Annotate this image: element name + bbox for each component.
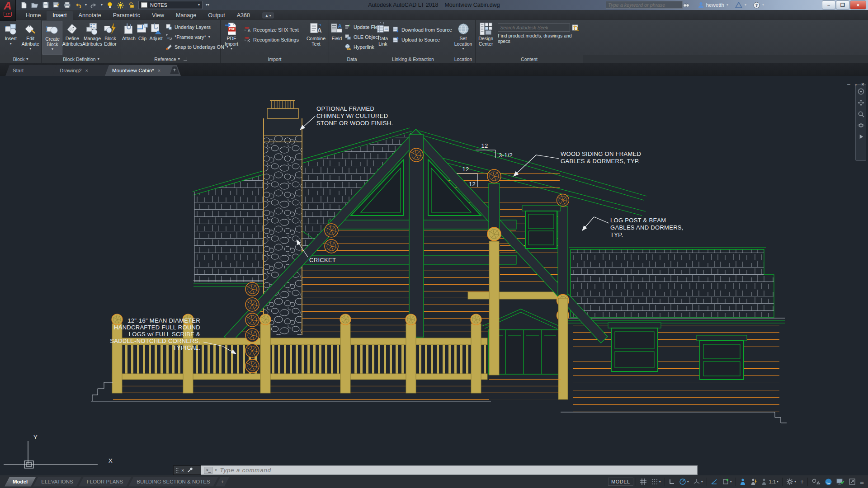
open-file-icon[interactable]	[31, 1, 38, 9]
command-close-icon[interactable]: ×	[181, 468, 184, 473]
nav-wheel-icon[interactable]	[858, 88, 864, 95]
isodraft-icon[interactable]: ▾	[692, 477, 704, 486]
a360-icon[interactable]	[735, 2, 742, 8]
close-tab-icon[interactable]: ×	[158, 68, 160, 73]
panel-label-location[interactable]: Location	[451, 55, 476, 63]
user-name[interactable]: hewetth	[706, 2, 724, 8]
annotation-autoscale-icon[interactable]	[749, 477, 759, 486]
save-as-icon[interactable]	[52, 1, 60, 9]
dwg-minimize-icon[interactable]: –	[847, 81, 850, 88]
object-snap-icon[interactable]: ▾	[721, 477, 733, 486]
redo-icon[interactable]	[90, 1, 98, 9]
drawing-viewport[interactable]: – ▫ ×	[0, 76, 868, 475]
adjust-button[interactable]: Adjust	[149, 21, 163, 55]
polar-tracking-icon[interactable]: ▾	[678, 477, 690, 486]
pdf-import-button[interactable]: PDF PDF Import▾	[222, 21, 241, 55]
redo-caret-icon[interactable]: ▾	[101, 3, 103, 7]
workspace-gear-icon[interactable]: ▾	[785, 477, 797, 486]
layout-tab-floor-plans[interactable]: FLOOR PLANS	[79, 477, 132, 487]
block-editor-button[interactable]: Block Editor	[102, 21, 118, 55]
annotation-visibility-icon[interactable]	[738, 477, 748, 486]
unlock-icon[interactable]	[127, 1, 135, 9]
close-tab-icon[interactable]: ×	[85, 68, 88, 73]
frames-button[interactable]: (x) *Frames vary*▾	[165, 33, 228, 41]
layout-tab-model[interactable]: Model	[5, 477, 36, 487]
customize-plus-icon[interactable]: +	[799, 477, 805, 486]
qat-customize-icon[interactable]: ▾▾	[206, 3, 209, 7]
attach-button[interactable]: Attach	[122, 21, 136, 55]
clean-screen-icon[interactable]	[847, 477, 857, 486]
tab-output[interactable]: Output	[202, 11, 231, 20]
manage-attributes-button[interactable]: Manage Attributes	[82, 21, 102, 55]
help-caret-icon[interactable]: ▾	[762, 3, 764, 7]
restore-button[interactable]: ❒	[836, 0, 849, 9]
layer-sun-icon[interactable]	[117, 1, 124, 9]
insert-button[interactable]: Insert▾	[1, 21, 21, 55]
snap-mode-icon[interactable]: ▾	[650, 477, 662, 486]
command-wrench-icon[interactable]	[187, 467, 193, 473]
model-space-button[interactable]: MODEL	[608, 478, 633, 486]
command-caret-icon[interactable]: ▾	[215, 468, 217, 472]
seek-search-input[interactable]	[498, 23, 570, 32]
file-tab-mountview-cabin[interactable]: Mountview Cabin*×	[105, 65, 181, 76]
layer-dropdown[interactable]: NOTES ▾	[138, 1, 203, 9]
define-attributes-button[interactable]: Define Attributes	[62, 21, 82, 55]
tab-home[interactable]: Home	[20, 11, 47, 20]
clip-button[interactable]: Clip	[136, 21, 149, 55]
nav-pan-icon[interactable]	[858, 99, 864, 106]
minimize-button[interactable]: –	[822, 0, 835, 9]
ribbon-display-toggle[interactable]: ▲▾	[262, 12, 274, 19]
snap-underlays-button[interactable]: Snap to Underlays ON▾	[165, 42, 228, 51]
combine-text-button[interactable]: A Combine Text	[304, 21, 328, 55]
panel-label-data[interactable]: Data	[329, 55, 375, 63]
autocad-logo[interactable]: ALT	[0, 0, 16, 21]
graphics-performance-icon[interactable]	[823, 477, 834, 487]
panel-label-block[interactable]: Block▾	[0, 55, 42, 63]
nav-motion-icon[interactable]	[858, 133, 864, 140]
command-line-grip[interactable]: ×	[173, 465, 201, 475]
undo-icon[interactable]	[74, 1, 82, 9]
navigation-bar[interactable]	[855, 84, 866, 161]
dialog-launcher-icon[interactable]	[184, 57, 187, 61]
design-center-button[interactable]: Design Center	[476, 21, 495, 55]
keyword-search-input[interactable]	[606, 1, 683, 9]
autosnap-icon[interactable]	[709, 477, 719, 486]
ortho-icon[interactable]	[667, 478, 676, 486]
annotation-scale-icon[interactable]: 1:1▾	[760, 477, 780, 486]
data-link-button[interactable]: Data Link	[376, 21, 390, 55]
layout-tab-building-section[interactable]: BUILDING SECTION & NOTES	[128, 477, 218, 487]
system-monitor-icon[interactable]	[835, 477, 846, 486]
a360-caret-icon[interactable]: ▾	[745, 3, 746, 7]
panel-label-reference[interactable]: Reference▾	[121, 55, 221, 63]
new-file-icon[interactable]	[20, 1, 28, 9]
tab-manage[interactable]: Manage	[170, 11, 202, 20]
grid-display-icon[interactable]	[638, 477, 648, 486]
help-icon[interactable]: ?	[753, 2, 760, 9]
recognize-shx-button[interactable]: PDFA Recognize SHX Text	[244, 25, 299, 34]
close-button[interactable]: ×	[850, 0, 866, 9]
field-button[interactable]: A Field	[330, 21, 344, 55]
underlay-layers-button[interactable]: Underlay Layers	[165, 23, 228, 31]
tab-view[interactable]: View	[146, 11, 170, 20]
panel-label-block-definition[interactable]: Block Definition▾	[42, 55, 121, 63]
nav-orbit-icon[interactable]	[858, 122, 864, 129]
recognition-settings-button[interactable]: PDF Recognition Settings	[244, 35, 299, 44]
new-layout-button[interactable]: +	[216, 477, 230, 487]
panel-label-linking[interactable]: Linking & Extraction	[375, 55, 451, 63]
create-block-button[interactable]: Create Block▾	[42, 21, 62, 55]
edit-attribute-button[interactable]: Edit Attribute▾	[21, 21, 41, 55]
save-icon[interactable]	[42, 1, 49, 9]
user-caret-icon[interactable]: ▾	[726, 3, 728, 7]
panel-label-content[interactable]: Content	[476, 55, 583, 63]
binoculars-icon[interactable]	[683, 2, 690, 8]
undo-caret-icon[interactable]: ▾	[85, 3, 87, 7]
tab-a360[interactable]: A360	[231, 11, 256, 20]
layout-tab-elevations[interactable]: ELEVATIONS	[33, 477, 81, 487]
set-location-button[interactable]: Set Location▾	[452, 21, 474, 55]
seek-search-icon[interactable]	[572, 24, 579, 31]
tab-annotate[interactable]: Annotate	[73, 11, 107, 20]
panel-label-import[interactable]: Import	[221, 55, 329, 63]
layer-on-bulb-icon[interactable]	[106, 1, 113, 9]
nav-zoom-icon[interactable]	[858, 111, 864, 117]
download-source-button[interactable]: Download from Source	[392, 25, 452, 34]
